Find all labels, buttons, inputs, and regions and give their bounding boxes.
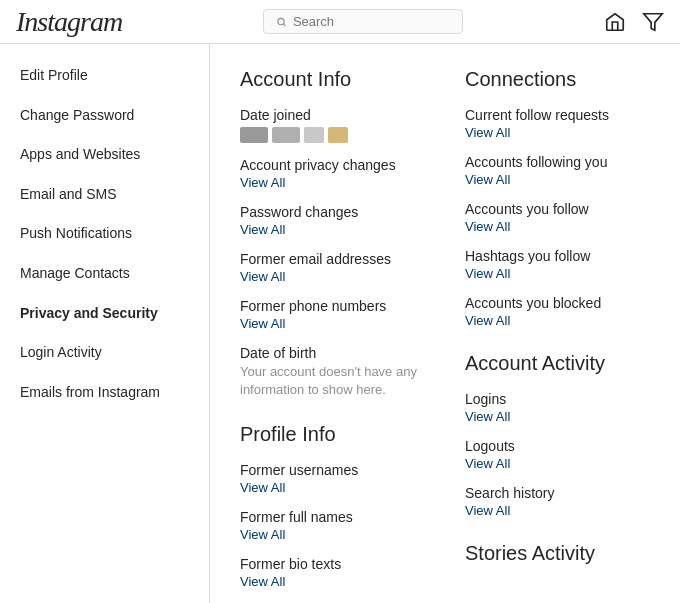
- accounts-you-follow-label: Accounts you follow: [465, 201, 650, 217]
- connections-title: Connections: [465, 68, 650, 91]
- account-activity-title: Account Activity: [465, 352, 650, 375]
- stories-activity-title: Stories Activity: [465, 542, 650, 565]
- former-usernames-link[interactable]: View All: [240, 480, 425, 495]
- sidebar-item-change-password[interactable]: Change Password: [0, 96, 209, 136]
- account-info-section: Account Info Date joined Account privacy…: [240, 68, 425, 399]
- former-phone-label: Former phone numbers: [240, 298, 425, 314]
- filter-icon[interactable]: [642, 11, 664, 33]
- accounts-following-you-label: Accounts following you: [465, 154, 650, 170]
- search-history-link[interactable]: View All: [465, 503, 650, 518]
- sidebar-item-apps-websites[interactable]: Apps and Websites: [0, 135, 209, 175]
- sidebar-item-emails-instagram[interactable]: Emails from Instagram: [0, 373, 209, 413]
- account-privacy-changes-link[interactable]: View All: [240, 175, 425, 190]
- hashtags-you-follow-link[interactable]: View All: [465, 266, 650, 281]
- former-bio-link[interactable]: View All: [240, 574, 425, 589]
- date-joined-bar: [240, 127, 425, 143]
- accounts-following-you-link[interactable]: View All: [465, 172, 650, 187]
- former-email-item: Former email addresses View All: [240, 251, 425, 284]
- content-area: Account Info Date joined Account privacy…: [210, 44, 680, 603]
- connections-section: Connections Current follow requests View…: [465, 68, 650, 328]
- logo: Instagram: [16, 6, 122, 38]
- sidebar-item-privacy-security[interactable]: Privacy and Security: [0, 294, 209, 334]
- former-usernames-item: Former usernames View All: [240, 462, 425, 495]
- current-follow-requests-label: Current follow requests: [465, 107, 650, 123]
- bar-seg-4: [328, 127, 348, 143]
- hashtags-you-follow-item: Hashtags you follow View All: [465, 248, 650, 281]
- search-history-item: Search history View All: [465, 485, 650, 518]
- logouts-link[interactable]: View All: [465, 456, 650, 471]
- svg-marker-2: [644, 13, 662, 30]
- former-bio-item: Former bio texts View All: [240, 556, 425, 589]
- password-changes-link[interactable]: View All: [240, 222, 425, 237]
- main-container: Edit Profile Change Password Apps and We…: [0, 44, 680, 603]
- search-history-label: Search history: [465, 485, 650, 501]
- profile-info-section: Profile Info Former usernames View All F…: [240, 423, 425, 589]
- password-changes-item: Password changes View All: [240, 204, 425, 237]
- date-of-birth-desc: Your account doesn't have any informatio…: [240, 363, 425, 399]
- logins-link[interactable]: View All: [465, 409, 650, 424]
- search-input[interactable]: [293, 14, 450, 29]
- sidebar-item-push-notifications[interactable]: Push Notifications: [0, 214, 209, 254]
- former-full-names-item: Former full names View All: [240, 509, 425, 542]
- right-column: Connections Current follow requests View…: [465, 68, 650, 603]
- sidebar-item-manage-contacts[interactable]: Manage Contacts: [0, 254, 209, 294]
- profile-info-title: Profile Info: [240, 423, 425, 446]
- current-follow-requests-item: Current follow requests View All: [465, 107, 650, 140]
- account-info-column: Account Info Date joined Account privacy…: [240, 68, 425, 603]
- former-email-link[interactable]: View All: [240, 269, 425, 284]
- former-bio-label: Former bio texts: [240, 556, 425, 572]
- former-phone-link[interactable]: View All: [240, 316, 425, 331]
- logins-label: Logins: [465, 391, 650, 407]
- former-email-label: Former email addresses: [240, 251, 425, 267]
- sidebar-item-email-sms[interactable]: Email and SMS: [0, 175, 209, 215]
- accounts-following-you-item: Accounts following you View All: [465, 154, 650, 187]
- search-icon: [276, 16, 287, 28]
- bar-seg-1: [240, 127, 268, 143]
- date-of-birth-label: Date of birth: [240, 345, 425, 361]
- former-full-names-label: Former full names: [240, 509, 425, 525]
- hashtags-you-follow-label: Hashtags you follow: [465, 248, 650, 264]
- sidebar-item-login-activity[interactable]: Login Activity: [0, 333, 209, 373]
- account-privacy-changes-label: Account privacy changes: [240, 157, 425, 173]
- current-follow-requests-link[interactable]: View All: [465, 125, 650, 140]
- account-activity-section: Account Activity Logins View All Logouts…: [465, 352, 650, 518]
- accounts-you-follow-item: Accounts you follow View All: [465, 201, 650, 234]
- stories-activity-section: Stories Activity: [465, 542, 650, 565]
- bar-seg-3: [304, 127, 324, 143]
- svg-point-0: [278, 18, 284, 24]
- date-of-birth-item: Date of birth Your account doesn't have …: [240, 345, 425, 399]
- date-joined-item: Date joined: [240, 107, 425, 143]
- logouts-item: Logouts View All: [465, 438, 650, 471]
- sidebar: Edit Profile Change Password Apps and We…: [0, 44, 210, 603]
- accounts-you-blocked-label: Accounts you blocked: [465, 295, 650, 311]
- header: Instagram: [0, 0, 680, 44]
- former-usernames-label: Former usernames: [240, 462, 425, 478]
- date-joined-label: Date joined: [240, 107, 425, 123]
- account-privacy-changes-item: Account privacy changes View All: [240, 157, 425, 190]
- bar-seg-2: [272, 127, 300, 143]
- account-info-title: Account Info: [240, 68, 425, 91]
- svg-line-1: [284, 24, 286, 26]
- logins-item: Logins View All: [465, 391, 650, 424]
- search-bar[interactable]: [263, 9, 463, 34]
- accounts-you-follow-link[interactable]: View All: [465, 219, 650, 234]
- former-phone-item: Former phone numbers View All: [240, 298, 425, 331]
- password-changes-label: Password changes: [240, 204, 425, 220]
- header-icons: [604, 11, 664, 33]
- accounts-you-blocked-item: Accounts you blocked View All: [465, 295, 650, 328]
- former-full-names-link[interactable]: View All: [240, 527, 425, 542]
- logouts-label: Logouts: [465, 438, 650, 454]
- accounts-you-blocked-link[interactable]: View All: [465, 313, 650, 328]
- sidebar-item-edit-profile[interactable]: Edit Profile: [0, 56, 209, 96]
- home-icon[interactable]: [604, 11, 626, 33]
